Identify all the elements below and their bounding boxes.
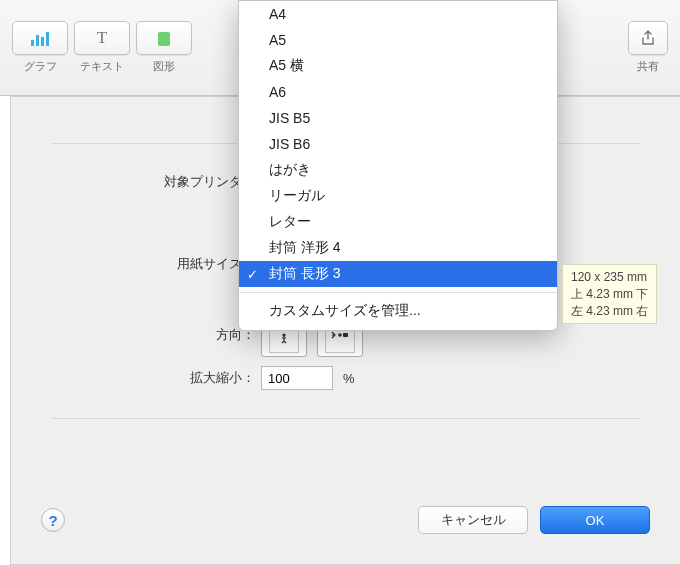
- cancel-button[interactable]: キャンセル: [418, 506, 528, 534]
- chart-icon: [31, 30, 49, 46]
- scale-input[interactable]: [261, 366, 333, 390]
- tooltip-line: 上 4.23 mm 下: [571, 286, 648, 303]
- svg-rect-2: [343, 333, 348, 337]
- paper-size-option-label: A5: [269, 32, 286, 48]
- paper-size-option-label: リーガル: [269, 187, 325, 205]
- paper-size-option[interactable]: はがき: [239, 157, 557, 183]
- chart-button[interactable]: [12, 21, 68, 55]
- paper-size-option-label: JIS B6: [269, 136, 310, 152]
- share-button[interactable]: [628, 21, 668, 55]
- help-button[interactable]: ?: [41, 508, 65, 532]
- paper-size-option[interactable]: JIS B6: [239, 131, 557, 157]
- paper-size-option-label: レター: [269, 213, 311, 231]
- scale-row: 拡大縮小： %: [11, 360, 680, 396]
- paper-size-option-label: 封筒 洋形 4: [269, 239, 341, 257]
- paper-size-option[interactable]: 封筒 洋形 4: [239, 235, 557, 261]
- paper-size-option[interactable]: リーガル: [239, 183, 557, 209]
- toolbar-label: 共有: [637, 59, 659, 74]
- scale-label: 拡大縮小：: [11, 369, 261, 387]
- menu-separator: [239, 292, 557, 293]
- text-icon: T: [97, 28, 107, 48]
- paper-size-option-label: A5 横: [269, 57, 304, 75]
- text-button[interactable]: T: [74, 21, 130, 55]
- toolbar-label: 図形: [153, 59, 175, 74]
- paper-size-option[interactable]: A4: [239, 1, 557, 27]
- svg-point-1: [338, 333, 342, 337]
- paper-size-tooltip: 120 x 235 mm 上 4.23 mm 下 左 4.23 mm 右: [562, 264, 657, 324]
- tooltip-line: 120 x 235 mm: [571, 269, 648, 286]
- paper-size-option[interactable]: レター: [239, 209, 557, 235]
- paper-size-option[interactable]: JIS B5: [239, 105, 557, 131]
- paper-size-option-label: A4: [269, 6, 286, 22]
- tooltip-line: 左 4.23 mm 右: [571, 303, 648, 320]
- paper-size-option-label: はがき: [269, 161, 311, 179]
- manage-custom-sizes-option[interactable]: カスタムサイズを管理...: [239, 298, 557, 324]
- scale-unit: %: [343, 371, 355, 386]
- ok-button[interactable]: OK: [540, 506, 650, 534]
- share-icon: [640, 30, 656, 46]
- shape-button[interactable]: [136, 21, 192, 55]
- checkmark-icon: ✓: [247, 267, 258, 282]
- paper-size-option-label: JIS B5: [269, 110, 310, 126]
- paper-size-option-label: A6: [269, 84, 286, 100]
- paper-size-option-label: 封筒 長形 3: [269, 265, 341, 283]
- toolbar-item-share[interactable]: 共有: [628, 21, 668, 74]
- paper-size-option[interactable]: A6: [239, 79, 557, 105]
- shape-icon: [158, 30, 170, 46]
- dialog-button-bar: ? キャンセル OK: [11, 506, 680, 534]
- paper-size-dropdown: A4A5A5 横A6JIS B5JIS B6はがきリーガルレター封筒 洋形 4✓…: [238, 0, 558, 331]
- paper-size-option[interactable]: ✓封筒 長形 3: [239, 261, 557, 287]
- toolbar-item-chart[interactable]: グラフ: [12, 21, 68, 74]
- paper-size-label: 用紙サイズ：: [11, 255, 261, 273]
- paper-size-option[interactable]: A5: [239, 27, 557, 53]
- toolbar-label: テキスト: [80, 59, 124, 74]
- orientation-label: 方向：: [11, 326, 261, 344]
- toolbar-item-text[interactable]: T テキスト: [74, 21, 130, 74]
- paper-size-option[interactable]: A5 横: [239, 53, 557, 79]
- toolbar-item-shape[interactable]: 図形: [136, 21, 192, 74]
- toolbar-label: グラフ: [24, 59, 57, 74]
- printer-label: 対象プリンタ：: [11, 173, 261, 191]
